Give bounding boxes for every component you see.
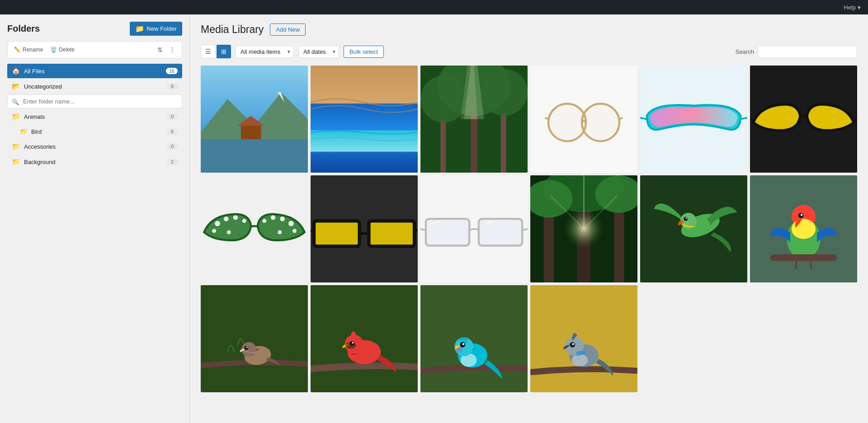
- media-item-15[interactable]: [420, 285, 528, 392]
- svg-rect-6: [311, 66, 418, 173]
- folder-name-input[interactable]: [7, 94, 182, 108]
- content-title: Media Library: [201, 24, 264, 36]
- svg-rect-90: [311, 285, 418, 392]
- svg-line-29: [750, 119, 753, 121]
- bulk-select-button[interactable]: Bulk select: [344, 46, 384, 58]
- media-item-7[interactable]: [201, 175, 308, 282]
- search-folder-icon: 🔍: [12, 98, 19, 105]
- svg-rect-96: [420, 285, 528, 392]
- svg-rect-3: [241, 124, 261, 139]
- svg-point-32: [215, 221, 220, 226]
- svg-rect-55: [479, 219, 522, 245]
- media-item-16[interactable]: [530, 285, 637, 392]
- media-items-select[interactable]: All media items Images Audio Video: [236, 46, 294, 58]
- svg-point-108: [572, 343, 574, 345]
- new-folder-label: New Folder: [147, 25, 177, 32]
- media-item-13[interactable]: [201, 285, 308, 392]
- media-item-14[interactable]: [311, 285, 418, 392]
- svg-rect-85: [201, 285, 308, 392]
- svg-point-88: [244, 346, 248, 350]
- view-toggle: ☰ ⊞: [201, 45, 231, 58]
- svg-point-75: [686, 217, 687, 219]
- folder-item-all-files[interactable]: 🏠 All Files 16: [7, 64, 182, 78]
- folder-item-background[interactable]: 📁 Background 2: [7, 155, 182, 169]
- folder-icon-accessories: 📁: [12, 142, 20, 150]
- svg-point-105: [572, 354, 588, 367]
- folder-toolbar: ✏️ Rename 🗑️ Delete ⇅ ⋮: [7, 41, 182, 58]
- svg-line-52: [415, 230, 418, 231]
- home-icon: 🏠: [12, 67, 20, 75]
- folder-icon-background: 📁: [12, 158, 20, 166]
- media-item-2[interactable]: [311, 66, 418, 173]
- sidebar-header: Folders 📁 New Folder: [7, 22, 182, 36]
- svg-point-74: [684, 217, 688, 221]
- more-options-button[interactable]: ⋮: [167, 45, 177, 54]
- media-item-4[interactable]: [530, 66, 637, 173]
- media-item-1[interactable]: [201, 66, 308, 173]
- svg-point-42: [292, 229, 297, 233]
- toolbar-sep: ⇅ ⋮: [156, 45, 177, 54]
- media-item-3[interactable]: [420, 66, 528, 173]
- sidebar-title: Folders: [7, 24, 40, 34]
- folder-item-uncategorized[interactable]: 📂 Uncategorized 8: [7, 79, 182, 94]
- svg-rect-103: [530, 285, 637, 392]
- rename-icon: ✏️: [14, 47, 21, 53]
- search-input[interactable]: [758, 46, 857, 58]
- media-item-8[interactable]: [311, 175, 418, 282]
- media-item-9[interactable]: [420, 175, 528, 282]
- folder-item-animals[interactable]: 📁 Animals 0: [7, 109, 182, 124]
- content-area: Media Library Add New ☰ ⊞ All media item…: [190, 14, 868, 423]
- dates-select-wrap: All dates 2024 2023: [298, 46, 339, 58]
- new-folder-button[interactable]: 📁 New Folder: [130, 22, 182, 36]
- folder-item-bird[interactable]: 📁 Bird 6: [7, 125, 182, 138]
- top-bar: Help ▾: [0, 0, 868, 14]
- media-item-5[interactable]: [640, 66, 747, 173]
- rename-button[interactable]: ✏️ Rename: [12, 46, 45, 54]
- svg-point-94: [350, 341, 354, 346]
- media-grid: [201, 66, 857, 392]
- svg-point-41: [262, 219, 266, 223]
- svg-point-102: [462, 343, 464, 345]
- svg-point-39: [280, 216, 285, 221]
- svg-point-40: [271, 215, 275, 220]
- add-new-button[interactable]: Add New: [270, 24, 306, 36]
- folder-input-wrap: 🔍: [7, 94, 182, 108]
- media-item-6[interactable]: [750, 66, 857, 173]
- folder-icon-animals: 📁: [12, 113, 20, 121]
- svg-point-35: [242, 219, 246, 223]
- svg-line-51: [311, 230, 314, 231]
- svg-point-12: [420, 75, 467, 122]
- dates-select[interactable]: All dates 2024 2023: [298, 46, 339, 58]
- svg-point-38: [288, 221, 294, 226]
- delete-label: Delete: [59, 47, 75, 53]
- help-button[interactable]: Help ▾: [844, 4, 861, 11]
- folder-name-accessories: Accessories: [24, 143, 167, 150]
- folder-name-bird: Bird: [31, 128, 167, 135]
- media-item-10[interactable]: [530, 175, 637, 282]
- svg-point-23: [583, 104, 619, 141]
- delete-icon: 🗑️: [50, 47, 57, 53]
- svg-rect-47: [369, 221, 415, 246]
- grid-view-button[interactable]: ⊞: [217, 45, 231, 58]
- folder-name-animals: Animals: [24, 113, 167, 120]
- svg-point-22: [549, 104, 585, 141]
- help-chevron-icon: ▾: [858, 4, 861, 11]
- svg-point-81: [801, 214, 802, 216]
- list-view-button[interactable]: ☰: [201, 45, 216, 58]
- folder-count-bird: 6: [167, 128, 178, 135]
- sort-button[interactable]: ⇅: [156, 45, 165, 54]
- media-item-12[interactable]: [750, 175, 857, 282]
- media-item-11[interactable]: [640, 175, 747, 282]
- svg-point-79: [792, 219, 816, 239]
- main-layout: Folders 📁 New Folder ✏️ Rename 🗑️ Delete…: [0, 14, 868, 423]
- filter-bar: ☰ ⊞ All media items Images Audio Video A…: [201, 45, 857, 58]
- delete-button[interactable]: 🗑️ Delete: [48, 46, 76, 54]
- help-label: Help: [844, 4, 856, 11]
- folder-icon-bird: 📁: [20, 128, 28, 135]
- svg-point-89: [246, 347, 248, 348]
- folder-item-accessories[interactable]: 📁 Accessories 0: [7, 139, 182, 154]
- folder-name-uncategorized: Uncategorized: [24, 83, 167, 90]
- svg-point-43: [278, 230, 282, 234]
- rename-label: Rename: [23, 47, 43, 53]
- svg-point-34: [233, 215, 238, 220]
